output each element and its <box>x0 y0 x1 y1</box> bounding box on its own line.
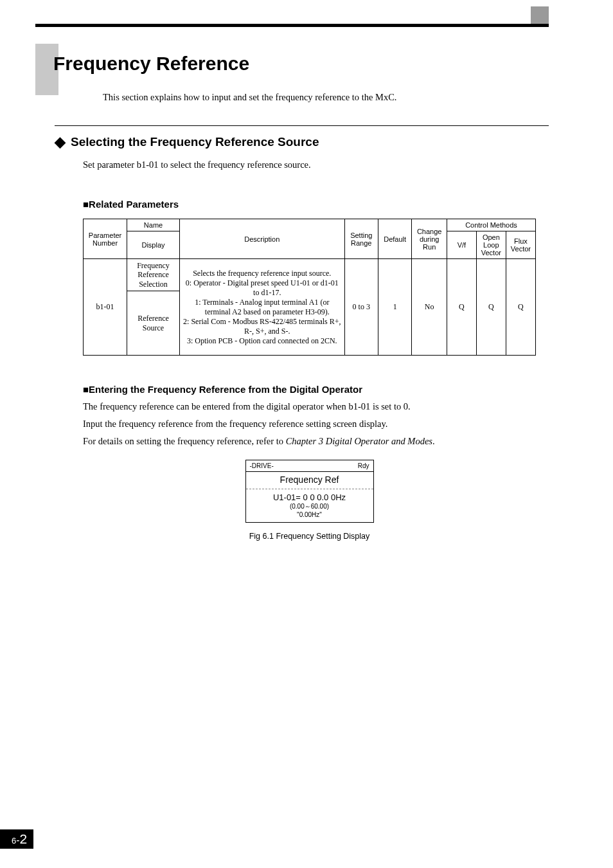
cell-olv: Q <box>476 259 506 356</box>
th-flux: Flux Vector <box>506 231 535 259</box>
entering-p1: The frequency reference can be entered f… <box>83 401 549 412</box>
desc-intro: Selects the frequency reference input so… <box>183 269 341 278</box>
section-rule <box>55 125 549 126</box>
figure-caption: Fig 6.1 Frequency Setting Display <box>83 532 536 541</box>
operator-display-header: -DRIVE- Rdy <box>246 460 373 472</box>
th-olv: Open Loop Vector <box>476 231 506 259</box>
operator-display-wrapper: -DRIVE- Rdy Frequency Ref U1-01= 0 0 0.0… <box>83 460 536 541</box>
desc-opt0: 0: Operator - Digital preset speed U1-01… <box>183 278 341 298</box>
th-change-run: Change during Run <box>412 219 447 259</box>
th-setting-range: Setting Range <box>344 219 378 259</box>
entering-body: The frequency reference can be entered f… <box>83 401 549 447</box>
table-header-row: Parameter Number Name Description Settin… <box>84 219 536 231</box>
square-bullet-icon: ■ <box>83 199 89 210</box>
desc-opt3: 3: Option PCB - Option card connected on… <box>183 336 341 346</box>
parameters-table: Parameter Number Name Description Settin… <box>83 219 536 356</box>
square-bullet-icon: ■ <box>83 384 89 395</box>
entering-p3b: Chapter 3 Digital Operator and Modes <box>286 436 432 446</box>
intro-text: This section explains how to input and s… <box>103 92 396 103</box>
cell-flux: Q <box>506 259 535 356</box>
related-params-heading: ■Related Parameters <box>83 199 549 210</box>
th-param-no: Parameter Number <box>84 219 127 259</box>
op-mode: -DRIVE- <box>250 462 274 469</box>
cell-name2: Reference Source <box>127 291 180 356</box>
entering-p3a: For details on setting the frequency ref… <box>83 436 286 446</box>
th-default: Default <box>378 219 411 259</box>
desc-opt1: 1: Terminals - Analog input terminal A1 … <box>183 298 341 317</box>
entering-heading: ■Entering the Frequency Reference from t… <box>83 384 549 395</box>
op-value: U1-01= 0 0 0.0 0Hz <box>246 489 373 502</box>
desc-opt2: 2: Serial Com - Modbus RS-422/485 termin… <box>183 317 341 336</box>
cell-name1: Frequency Reference Selection <box>127 259 180 291</box>
section-heading: ◆ Selecting the Frequency Reference Sour… <box>55 135 549 149</box>
top-rule <box>35 24 549 27</box>
cell-description: Selects the frequency reference input so… <box>179 259 344 356</box>
th-description: Description <box>179 219 344 259</box>
operator-display-box: -DRIVE- Rdy Frequency Ref U1-01= 0 0 0.0… <box>245 460 374 523</box>
diamond-icon: ◆ <box>55 135 66 149</box>
cell-default: 1 <box>378 259 411 356</box>
th-vf: V/f <box>447 231 476 259</box>
section-intro: Set parameter b1-01 to select the freque… <box>83 159 549 170</box>
page-number: 6-2 <box>0 829 33 849</box>
main-content: ◆ Selecting the Frequency Reference Sour… <box>55 125 549 541</box>
th-name: Name <box>127 219 180 231</box>
entering-p3c: . <box>432 436 435 446</box>
op-default: "0.00Hz" <box>246 511 373 522</box>
th-control-methods: Control Methods <box>447 219 535 231</box>
entering-p3: For details on setting the frequency ref… <box>83 436 549 447</box>
entering-p2: Input the frequency reference from the f… <box>83 419 549 429</box>
corner-square <box>531 6 549 24</box>
page-title: Frequency Reference <box>35 37 249 75</box>
entering-heading-text: Entering the Frequency Reference from th… <box>89 384 362 395</box>
table-row: b1-01 Frequency Reference Selection Sele… <box>84 259 536 291</box>
op-status: Rdy <box>358 462 369 469</box>
related-heading-text: Related Parameters <box>89 199 179 210</box>
op-title: Frequency Ref <box>246 472 373 489</box>
cell-setting-range: 0 to 3 <box>344 259 378 356</box>
th-display: Display <box>127 231 180 259</box>
section-heading-text: Selecting the Frequency Reference Source <box>71 135 319 149</box>
cell-change-run: No <box>412 259 447 356</box>
op-range: (0.00～60.00) <box>246 502 373 511</box>
page-number-value: 2 <box>20 831 28 846</box>
cell-vf: Q <box>447 259 476 356</box>
page-title-block: Frequency Reference <box>35 37 249 75</box>
cell-param-no: b1-01 <box>84 259 127 356</box>
